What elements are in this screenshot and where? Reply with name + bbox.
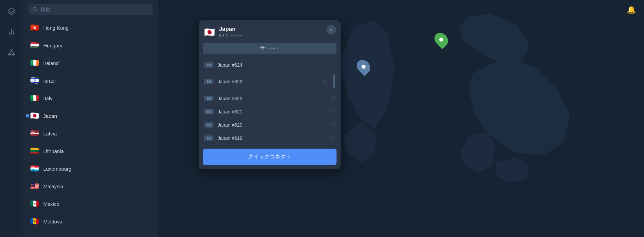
server-name-s622: Japan #622: [218, 96, 326, 101]
flag-ireland: 🇮🇪: [30, 58, 39, 68]
sidebar: [0, 0, 23, 237]
search-input-wrap[interactable]: [28, 4, 153, 15]
flag-lithuania: 🇱🇹: [30, 146, 39, 156]
country-item-hong-kong[interactable]: 🇭🇰Hong Kong: [23, 19, 158, 37]
country-name-japan: Japan: [43, 113, 151, 119]
country-name-israel: Israel: [43, 78, 151, 84]
country-name-moldova: Moldova: [43, 219, 151, 224]
server-name-s621: Japan #621: [218, 109, 326, 114]
country-item-israel[interactable]: 🇮🇱Israel: [23, 72, 158, 89]
server-item-s623[interactable]: Japan #623♡: [199, 71, 341, 92]
server-item-s624[interactable]: Japan #624♡: [199, 58, 341, 71]
search-input[interactable]: [41, 7, 149, 12]
server-name-s619: Japan #619: [218, 135, 326, 141]
stats-icon[interactable]: [5, 26, 18, 38]
flag-latvia: 🇱🇻: [30, 129, 39, 138]
svg-point-4: [11, 49, 12, 50]
country-item-japan[interactable]: 🇯🇵Japan: [23, 107, 158, 125]
popup-title-wrap: Japan 80 サーバー: [219, 26, 335, 39]
popup-flag: 🇯🇵: [204, 27, 215, 38]
popup-title: Japan: [219, 26, 335, 33]
server-icon: [204, 96, 214, 101]
country-list: 🇭🇰Hong Kong🇭🇺Hungary🇮🇪Ireland🇮🇱Israel🇮🇹I…: [23, 19, 158, 237]
country-item-italy[interactable]: 🇮🇹Italy: [23, 89, 158, 107]
svg-marker-0: [8, 8, 15, 13]
notification-bell[interactable]: 🔔: [627, 5, 636, 14]
selected-indicator: [26, 114, 29, 117]
server-icon: [204, 62, 214, 68]
svg-point-10: [33, 7, 36, 10]
country-item-malaysia[interactable]: 🇲🇾Malaysia: [23, 177, 158, 195]
flag-luxembourg: 🇱🇺: [30, 164, 39, 173]
popup-tab-bar: サーバー: [199, 43, 341, 57]
country-item-hungary[interactable]: 🇭🇺Hungary: [23, 37, 158, 54]
svg-line-8: [11, 50, 14, 54]
scroll-indicator: [333, 75, 335, 88]
country-item-luxembourg[interactable]: 🇱🇺Luxembourg···: [23, 160, 158, 177]
flag-italy: 🇮🇹: [30, 93, 39, 103]
server-icon: [204, 109, 214, 114]
server-item-s620[interactable]: Japan #620♡: [199, 118, 341, 131]
server-icon: [204, 135, 214, 141]
country-item-mexico[interactable]: 🇲🇽Mexico: [23, 195, 158, 213]
server-item-s622[interactable]: Japan #622♡: [199, 92, 341, 105]
search-bar: [23, 0, 158, 19]
flag-moldova: 🇲🇩: [30, 217, 39, 226]
map-area: 🇯🇵 Japan 80 サーバー × サーバー Japan #624♡ Japa…: [158, 0, 644, 237]
svg-line-7: [9, 50, 11, 54]
favorite-s620[interactable]: ♡: [330, 122, 335, 128]
server-name-s620: Japan #620: [218, 122, 326, 128]
server-icon: [204, 79, 214, 84]
search-icon: [32, 7, 38, 12]
server-name-s624: Japan #624: [218, 62, 326, 68]
country-name-italy: Italy: [43, 95, 151, 101]
blue-map-pin[interactable]: [357, 59, 370, 74]
japan-server-popup: 🇯🇵 Japan 80 サーバー × サーバー Japan #624♡ Japa…: [199, 20, 341, 169]
country-item-ireland[interactable]: 🇮🇪Ireland: [23, 54, 158, 72]
server-name-s623: Japan #623: [218, 79, 319, 84]
servers-tab[interactable]: サーバー: [203, 43, 337, 54]
country-name-latvia: Latvia: [43, 131, 151, 136]
server-item-s621[interactable]: Japan #621♡: [199, 105, 341, 118]
server-icon: [204, 122, 214, 128]
favorite-s623[interactable]: ♡: [323, 79, 328, 85]
country-name-ireland: Ireland: [43, 60, 151, 66]
country-item-latvia[interactable]: 🇱🇻Latvia: [23, 125, 158, 142]
country-item-lithuania[interactable]: 🇱🇹Lithuania: [23, 142, 158, 160]
flag-malaysia: 🇲🇾: [30, 181, 39, 191]
country-name-malaysia: Malaysia: [43, 184, 151, 189]
flag-hong-kong: 🇭🇰: [30, 23, 39, 33]
flag-israel: 🇮🇱: [30, 76, 39, 85]
country-name-hungary: Hungary: [43, 43, 151, 48]
country-name-mexico: Mexico: [43, 201, 151, 207]
quick-connect-button[interactable]: クイックコネクト: [203, 149, 337, 165]
flag-mexico: 🇲🇽: [30, 199, 39, 209]
popup-subtitle: 80 サーバー: [219, 33, 335, 39]
country-name-luxembourg: Luxembourg: [43, 166, 140, 172]
country-name-hong-kong: Hong Kong: [43, 25, 151, 31]
popup-close-button[interactable]: ×: [326, 25, 336, 35]
favorite-s621[interactable]: ♡: [330, 108, 335, 115]
server-list: Japan #624♡ Japan #623♡ Japan #622♡ Japa…: [199, 57, 341, 146]
favorite-s619[interactable]: ♡: [330, 135, 335, 141]
layers-icon[interactable]: [5, 5, 18, 18]
server-item-s619[interactable]: Japan #619♡: [199, 131, 341, 145]
favorite-s624[interactable]: ♡: [330, 62, 335, 68]
network-icon[interactable]: [5, 46, 18, 58]
flag-japan: 🇯🇵: [30, 111, 39, 121]
more-options-luxembourg[interactable]: ···: [144, 165, 151, 172]
country-panel: 🇭🇰Hong Kong🇭🇺Hungary🇮🇪Ireland🇮🇱Israel🇮🇹I…: [23, 0, 158, 237]
favorite-s622[interactable]: ♡: [330, 95, 335, 102]
country-item-moldova[interactable]: 🇲🇩Moldova: [23, 213, 158, 230]
svg-line-11: [36, 10, 37, 12]
popup-header: 🇯🇵 Japan 80 サーバー ×: [199, 20, 341, 43]
green-map-pin[interactable]: [435, 32, 447, 47]
country-name-lithuania: Lithuania: [43, 148, 151, 154]
flag-hungary: 🇭🇺: [30, 41, 39, 50]
